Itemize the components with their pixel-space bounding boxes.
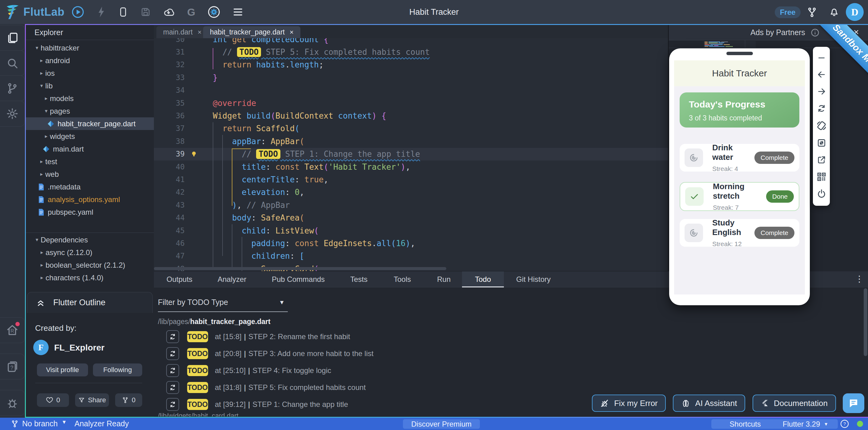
user-avatar[interactable]: D	[846, 3, 864, 21]
habit-action-button[interactable]: Complete	[754, 227, 795, 239]
menu-button[interactable]	[233, 7, 243, 17]
visit-profile-button[interactable]: Visit profile	[37, 364, 88, 376]
save-button[interactable]	[141, 7, 151, 17]
lightning-button[interactable]	[97, 6, 106, 18]
free-plan-badge[interactable]: Free	[775, 6, 801, 18]
tree-item-lib[interactable]: ▾lib	[26, 80, 154, 92]
branch-label[interactable]: No branch	[22, 419, 58, 428]
panel-tab-analyzer[interactable]: Analyzer	[218, 271, 246, 287]
rail-bug-button[interactable]	[0, 390, 25, 416]
tree-item-models[interactable]: ▸models	[26, 92, 154, 105]
todo-filter-dropdown[interactable]: Filter by TODO Type ▼	[158, 298, 288, 307]
author-avatar[interactable]: F	[33, 340, 49, 355]
code-line-40[interactable]: 40 title: const Text('Habit Tracker'),	[154, 161, 668, 173]
flutter-version-button[interactable]: Flutter 3.29 ▼	[773, 419, 838, 429]
code-line-34[interactable]: 34	[154, 84, 668, 97]
todo-item[interactable]: TODOat [31:8]|STEP 5: Fix completed habi…	[154, 381, 585, 394]
dependencies-header[interactable]: ▾Dependencies	[26, 233, 154, 246]
tree-item--metadata[interactable]: .metadata	[26, 180, 154, 193]
dependency-item[interactable]: ▸async (2.12.0)	[26, 246, 154, 259]
emulator-power-button[interactable]	[816, 189, 827, 199]
tree-item-analysis-options-yaml[interactable]: analysis_options.yaml	[26, 193, 154, 206]
dependency-item[interactable]: ▸characters (1.4.0)	[26, 271, 154, 284]
emulator-resize-button[interactable]	[816, 138, 827, 148]
rail-settings-button[interactable]	[0, 101, 25, 126]
tree-item-habit-tracker-page-dart[interactable]: habit_tracker_page.dart	[26, 117, 154, 130]
phone-button[interactable]	[118, 7, 128, 17]
panel-tab-tests[interactable]: Tests	[350, 271, 368, 287]
tab-main-dart[interactable]: main.dart×	[156, 26, 208, 38]
ai-assistant-button[interactable]: AI Assistant	[673, 395, 745, 412]
panel-vertical-scrollbar[interactable]	[864, 288, 867, 356]
flutter-outline-bar[interactable]: Flutter Outline	[27, 292, 153, 313]
todo-item[interactable]: TODOat [15:8]|STEP 2: Rename the first h…	[154, 330, 585, 343]
emulator-minimize-button[interactable]	[817, 53, 826, 62]
chevron-down-icon[interactable]: ▾	[38, 83, 45, 89]
code-line-35[interactable]: 35 @override	[154, 97, 668, 109]
chevron-right-icon[interactable]: ▸	[38, 171, 45, 177]
dependency-item[interactable]: ▸boolean_selector (2.1.2)	[26, 259, 154, 271]
panel-tab-pub-commands[interactable]: Pub Commands	[272, 271, 325, 287]
panel-tab-git-history[interactable]: Git History	[516, 271, 551, 287]
emulator-open-external-button[interactable]	[816, 155, 827, 165]
code-line-39[interactable]: 39 // TODO STEP 1: Change the app title	[154, 148, 668, 161]
chevron-right-icon[interactable]: ▸	[42, 133, 50, 140]
tree-item-test[interactable]: ▸test	[26, 155, 154, 168]
code-line-43[interactable]: 43 ), // AppBar	[154, 199, 668, 211]
code-line-42[interactable]: 42 elevation: 0,	[154, 186, 668, 199]
code-line-31[interactable]: 31 // TODO STEP 5: Fix completed habits …	[154, 46, 668, 58]
chevron-down-icon[interactable]: ▾	[42, 108, 50, 114]
habit-action-button[interactable]: Done	[766, 190, 794, 203]
rail-help-button[interactable]: ?	[0, 353, 25, 379]
code-line-33[interactable]: 33 }	[154, 71, 668, 84]
tree-item-ios[interactable]: ▸ios	[26, 67, 154, 80]
flutlab-logo[interactable]: FlutLab	[5, 4, 64, 20]
documentation-button[interactable]: Documentation	[752, 395, 836, 412]
close-tab-icon[interactable]: ×	[290, 28, 293, 36]
discover-premium-button[interactable]: Discover Premium	[403, 419, 480, 429]
shortcuts-button[interactable]: Shortcuts	[711, 419, 779, 429]
sync-icon[interactable]	[166, 381, 179, 394]
chevron-right-icon[interactable]: ▸	[38, 57, 45, 64]
help-icon[interactable]: ?	[840, 419, 849, 429]
tree-item-pages[interactable]: ▾pages	[26, 105, 154, 117]
emulator-forward-button[interactable]	[816, 87, 827, 96]
editor-horizontal-scrollbar[interactable]	[154, 267, 446, 270]
code-line-46[interactable]: 46 padding: const EdgeInsets.all(16),	[154, 237, 668, 250]
likes-button[interactable]: 0	[37, 393, 69, 407]
tree-item-pubspec-yaml[interactable]: pubspec.yaml	[26, 206, 154, 219]
fork-button[interactable]: 0	[115, 393, 142, 407]
sync-icon[interactable]	[166, 364, 179, 377]
panel-tab-tools[interactable]: Tools	[394, 271, 411, 287]
todo-item[interactable]: TODOat [25:10]|STEP 4: Fix toggle logic	[154, 364, 585, 377]
rail-files-button[interactable]	[0, 25, 25, 51]
google-button[interactable]: G	[187, 6, 195, 18]
tree-item-web[interactable]: ▸web	[26, 168, 154, 180]
habit-action-button[interactable]: Complete	[754, 151, 795, 164]
emulator-qr-code-button[interactable]	[816, 172, 827, 182]
chat-button[interactable]	[843, 393, 864, 413]
code-line-41[interactable]: 41 centerTitle: true,	[154, 173, 668, 186]
info-icon[interactable]	[810, 28, 820, 37]
sync-icon[interactable]	[166, 347, 179, 360]
cloud-download-button[interactable]	[163, 7, 175, 18]
code-line-38[interactable]: 38 appBar: AppBar(	[154, 135, 668, 147]
chevron-down-icon[interactable]: ▾	[33, 45, 41, 51]
share-button[interactable]: Share	[75, 393, 109, 407]
gutter-slot[interactable]	[185, 150, 203, 158]
rail-search-button[interactable]	[0, 50, 25, 76]
panel-menu-kebab-icon[interactable]: ⋮	[855, 274, 864, 284]
author-name[interactable]: FL_Explorer	[54, 343, 104, 353]
panel-tab-todo[interactable]: Todo	[462, 271, 504, 287]
code-line-32[interactable]: 32 return habits.length;	[154, 59, 668, 71]
tree-item-habittracker[interactable]: ▾habittracker	[26, 41, 154, 54]
notifications-bell-icon[interactable]	[829, 6, 840, 18]
rail-source-control-button[interactable]	[0, 76, 25, 101]
panel-tab-run[interactable]: Run	[437, 271, 451, 287]
tab-habit-tracker-page-dart[interactable]: habit_tracker_page.dart×	[203, 26, 301, 38]
chevron-right-icon[interactable]: ▸	[38, 70, 45, 77]
code-line-44[interactable]: 44 body: SafeArea(	[154, 211, 668, 224]
settings-button[interactable]	[208, 5, 220, 19]
tree-item-android[interactable]: ▸android	[26, 54, 154, 67]
emulator-back-button[interactable]	[816, 69, 827, 80]
